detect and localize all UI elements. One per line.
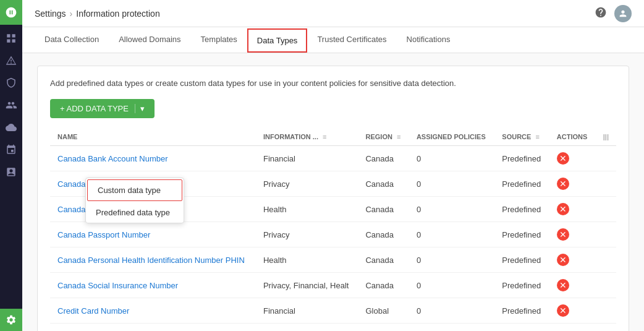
col-information: INFORMATION ... ≡	[256, 128, 358, 146]
delete-button[interactable]: ✕	[557, 279, 569, 291]
source-filter-icon[interactable]: ≡	[535, 133, 539, 140]
nav-tabs: Data Collection Allowed Domains Template…	[22, 27, 644, 53]
tab-data-types[interactable]: Data Types	[247, 28, 308, 53]
col-resize[interactable]: |||	[596, 128, 616, 146]
row-information-cell: Health	[256, 247, 358, 273]
app-logo[interactable]	[0, 0, 22, 25]
data-types-table: NAME INFORMATION ... ≡ REGION ≡	[50, 128, 616, 324]
connections-icon	[6, 144, 17, 155]
sidebar-item-dashboard[interactable]	[0, 27, 22, 49]
row-assigned-policies-cell: 0	[409, 222, 494, 247]
row-information-cell: Financial	[256, 298, 358, 324]
row-assigned-policies-cell: 0	[409, 146, 494, 171]
tab-templates[interactable]: Templates	[191, 27, 247, 53]
grid-icon	[6, 33, 17, 44]
delete-button[interactable]: ✕	[557, 203, 569, 215]
col-source: SOURCE ≡	[494, 128, 549, 146]
row-name-cell: Canada Social Insurance Number	[50, 273, 256, 298]
page-title: Information protection	[76, 9, 159, 19]
sidebar-item-settings[interactable]	[0, 309, 22, 331]
help-circle-icon	[595, 6, 607, 19]
add-data-type-button[interactable]: + ADD DATA TYPE ▾	[50, 99, 155, 118]
tab-trusted-certificates[interactable]: Trusted Certificates	[307, 27, 396, 53]
add-button-chevron: ▾	[135, 104, 145, 113]
row-name-link[interactable]: Canada Personal Health Identification Nu…	[57, 256, 245, 265]
tab-allowed-domains[interactable]: Allowed Domains	[109, 27, 190, 53]
add-button-label: + ADD DATA TYPE	[60, 104, 129, 113]
sidebar-item-reports[interactable]	[0, 161, 22, 183]
row-name-cell: Credit Card Number	[50, 298, 256, 324]
row-region-cell: Canada	[358, 273, 409, 298]
row-source-cell: Predefined	[494, 298, 549, 324]
table-row: Canada Bank Account Number Financial Can…	[50, 146, 616, 171]
row-source-cell: Predefined	[494, 222, 549, 247]
row-assigned-policies-cell: 0	[409, 197, 494, 222]
dropdown-item-custom[interactable]: Custom data type	[87, 179, 182, 201]
row-assigned-policies-cell: 0	[409, 171, 494, 197]
table-row: Canada Social Insurance Number Privacy, …	[50, 273, 616, 298]
row-source-cell: Predefined	[494, 171, 549, 197]
help-icon[interactable]	[595, 6, 607, 20]
svg-rect-2	[7, 40, 10, 43]
delete-button[interactable]: ✕	[557, 254, 569, 266]
region-filter-icon[interactable]: ≡	[397, 133, 400, 140]
row-information-cell: Health	[256, 197, 358, 222]
shield-icon	[6, 77, 17, 88]
row-actions-cell: ✕	[549, 146, 596, 171]
logo-icon	[5, 6, 17, 19]
topbar: Settings › Information protection	[22, 0, 644, 27]
row-region-cell: Canada	[358, 247, 409, 273]
breadcrumb-chevron: ›	[70, 9, 73, 19]
row-actions-cell: ✕	[549, 298, 596, 324]
row-assigned-policies-cell: 0	[409, 247, 494, 273]
row-source-cell: Predefined	[494, 247, 549, 273]
row-name-cell: Canada Bank Account Number	[50, 146, 256, 171]
row-name-link[interactable]: Canada Social Insurance Number	[57, 281, 178, 290]
svg-rect-0	[7, 34, 10, 37]
users-icon	[6, 100, 17, 111]
row-name-cell: Canada Passport Number	[50, 222, 256, 247]
row-name-link[interactable]: Credit Card Number	[57, 306, 129, 316]
cloud-icon	[6, 122, 17, 133]
sidebar-item-users[interactable]	[0, 94, 22, 116]
info-text: Add predefined data types or create cust…	[50, 79, 616, 88]
delete-button[interactable]: ✕	[557, 304, 569, 317]
svg-rect-3	[12, 40, 15, 43]
row-name-link[interactable]: Canada Bank Account Number	[57, 154, 168, 163]
table-row: Canada Passport Number Privacy Canada 0 …	[50, 222, 616, 247]
user-avatar[interactable]	[614, 5, 632, 22]
sidebar-item-cloud[interactable]	[0, 116, 22, 139]
sidebar-item-connections[interactable]	[0, 139, 22, 161]
dropdown-item-predefined[interactable]: Predefined data type	[86, 202, 184, 223]
sidebar-item-alerts[interactable]	[0, 49, 22, 72]
settings-icon	[6, 314, 17, 325]
sidebar-item-security[interactable]	[0, 72, 22, 94]
topbar-actions	[595, 5, 632, 22]
settings-link[interactable]: Settings	[35, 9, 66, 19]
row-information-cell: Financial	[256, 146, 358, 171]
row-actions-cell: ✕	[549, 197, 596, 222]
row-name-link[interactable]: Canada Passport Number	[57, 230, 150, 239]
tab-notifications[interactable]: Notifications	[397, 27, 460, 53]
tab-data-collection[interactable]: Data Collection	[35, 27, 109, 53]
row-assigned-policies-cell: 0	[409, 273, 494, 298]
main-content: Settings › Information protection Data C…	[22, 0, 644, 331]
row-actions-cell: ✕	[549, 171, 596, 197]
row-information-cell: Privacy, Financial, Healt	[256, 273, 358, 298]
col-actions: ACTIONS	[549, 128, 596, 146]
table-row: Credit Card Number Financial Global 0 Pr…	[50, 298, 616, 324]
col-name: NAME	[50, 128, 256, 146]
delete-button[interactable]: ✕	[557, 152, 569, 165]
reports-icon	[6, 166, 17, 178]
delete-button[interactable]: ✕	[557, 178, 569, 190]
col-assigned-policies: ASSIGNED POLICIES	[409, 128, 494, 146]
delete-button[interactable]: ✕	[557, 228, 569, 241]
row-region-cell: Canada	[358, 146, 409, 171]
row-region-cell: Canada	[358, 171, 409, 197]
row-actions-cell: ✕	[549, 273, 596, 298]
svg-rect-1	[12, 34, 15, 37]
row-actions-cell: ✕	[549, 222, 596, 247]
row-name-cell: Canada Personal Health Identification Nu…	[50, 247, 256, 273]
information-filter-icon[interactable]: ≡	[323, 133, 326, 140]
col-region: REGION ≡	[358, 128, 409, 146]
